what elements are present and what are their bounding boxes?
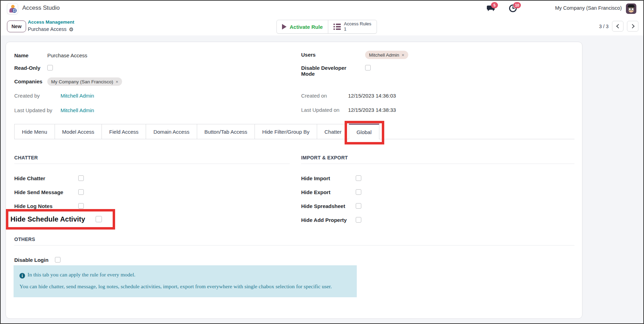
app-logo-icon[interactable] bbox=[7, 3, 18, 14]
pager-previous-button[interactable] bbox=[612, 21, 623, 32]
import-export-section-title: IMPORT & EXPORT bbox=[301, 155, 574, 164]
hide-schedule-activity-checkbox[interactable] bbox=[96, 216, 102, 222]
tab-hide-filter-group-by[interactable]: Hide Filter/Group By bbox=[255, 124, 317, 139]
row-hide-spreadsheet: Hide Spreadsheet bbox=[301, 199, 361, 213]
import-export-rows: Hide Import Hide Export Hide Spreadsheet… bbox=[301, 171, 361, 227]
row-hide-log-notes: Hide Log Notes bbox=[14, 199, 84, 213]
pager: 3 / 3 bbox=[599, 21, 638, 32]
messages-icon[interactable]: 5 bbox=[486, 3, 495, 13]
hide-add-property-label: Hide Add Property bbox=[301, 217, 356, 223]
users-label: Users bbox=[301, 51, 365, 58]
breadcrumb-parent-link[interactable]: Access Management bbox=[28, 19, 74, 26]
disable-login-label: Disable Login bbox=[14, 257, 55, 263]
info-line-1: In this tab you can apply the rule for e… bbox=[27, 272, 135, 277]
tab-model-access[interactable]: Model Access bbox=[55, 124, 102, 139]
notebook-tabs: Hide Menu Model Access Field Access Doma… bbox=[14, 124, 574, 139]
access-rules-count: 1 bbox=[344, 27, 371, 32]
hide-schedule-activity-label: Hide Schedule Activity bbox=[10, 215, 96, 223]
row-hide-schedule-activity: Hide Schedule Activity bbox=[10, 212, 102, 226]
companies-tag[interactable]: My Company (San Francisco) × bbox=[47, 77, 122, 86]
app-window: Access Studio 5 10 My Company (San Franc… bbox=[0, 0, 644, 324]
avatar-glasses bbox=[628, 8, 634, 10]
field-row-last-updated-by: Last Updated by Mitchell Admin bbox=[14, 107, 94, 113]
tab-domain-access[interactable]: Domain Access bbox=[146, 124, 196, 139]
last-updated-on-label: Last Updated on bbox=[301, 107, 348, 113]
row-disable-login: Disable Login bbox=[14, 253, 61, 267]
info-alert: iIn this tab you can apply the rule for … bbox=[14, 265, 357, 297]
field-row-users: Users Mitchell Admin × bbox=[301, 51, 408, 59]
created-on-label: Created on bbox=[301, 93, 348, 99]
users-tag[interactable]: Mitchell Admin × bbox=[365, 51, 408, 59]
hide-import-checkbox[interactable] bbox=[356, 175, 361, 181]
breadcrumb: Access Management Purchase Access ⚙ bbox=[28, 19, 74, 33]
field-row-readonly: Read-Only bbox=[14, 65, 53, 71]
access-rules-button[interactable]: Access Rules 1 bbox=[328, 20, 377, 33]
field-row-companies: Companies My Company (San Francisco) × bbox=[14, 77, 122, 86]
last-updated-by-link[interactable]: Mitchell Admin bbox=[61, 107, 94, 113]
page-background: Name Purchase Access Read-Only Companies… bbox=[1, 35, 643, 324]
hide-export-label: Hide Export bbox=[301, 189, 356, 195]
field-row-created-on: Created on 12/15/2023 14:36:03 bbox=[301, 93, 396, 99]
tab-global[interactable]: Global bbox=[349, 124, 379, 139]
avatar-hair bbox=[628, 5, 635, 8]
readonly-label: Read-Only bbox=[14, 65, 47, 71]
form-sheet: Name Purchase Access Read-Only Companies… bbox=[6, 42, 582, 319]
field-row-disable-dev-mode: Disable Developer Mode bbox=[301, 65, 371, 77]
chevron-left-icon bbox=[616, 24, 621, 28]
tab-chatter[interactable]: Chatter bbox=[317, 124, 349, 139]
info-line-2: You can hide chatter, send message, log … bbox=[19, 281, 333, 292]
hide-export-checkbox[interactable] bbox=[356, 189, 361, 195]
pager-counter: 3 / 3 bbox=[599, 24, 609, 29]
hide-spreadsheet-checkbox[interactable] bbox=[356, 203, 361, 209]
tag-remove-icon[interactable]: × bbox=[116, 79, 119, 84]
chatter-rows: Hide Chatter Hide Send Message Hide Log … bbox=[14, 171, 84, 213]
chatter-section-title: CHATTER bbox=[14, 155, 290, 164]
row-hide-send-message: Hide Send Message bbox=[14, 185, 84, 199]
list-icon bbox=[333, 24, 341, 30]
logo-globe-icon bbox=[12, 8, 17, 13]
field-row-name: Name Purchase Access bbox=[14, 52, 87, 58]
user-avatar[interactable] bbox=[626, 3, 636, 14]
disable-dev-label: Disable Developer Mode bbox=[301, 65, 353, 77]
row-hide-chatter: Hide Chatter bbox=[14, 171, 84, 185]
activities-badge: 10 bbox=[513, 2, 521, 8]
play-icon bbox=[282, 24, 287, 30]
hide-send-message-checkbox[interactable] bbox=[78, 189, 84, 195]
last-updated-by-label: Last Updated by bbox=[14, 107, 61, 113]
last-updated-on-value: 12/15/2023 14:38:33 bbox=[348, 107, 396, 113]
tab-field-access[interactable]: Field Access bbox=[102, 124, 146, 139]
info-icon: i bbox=[19, 273, 25, 279]
control-panel: New Access Management Purchase Access ⚙ … bbox=[1, 17, 643, 35]
breadcrumb-current: Purchase Access bbox=[28, 26, 66, 33]
hide-log-notes-label: Hide Log Notes bbox=[14, 203, 78, 209]
action-button-group: Activate Rule Access Rules 1 bbox=[276, 20, 377, 34]
field-row-created-by: Created by Mitchell Admin bbox=[14, 93, 94, 99]
created-by-link[interactable]: Mitchell Admin bbox=[61, 93, 94, 99]
tab-button-tab-access[interactable]: Button/Tab Access bbox=[197, 124, 255, 139]
company-switcher[interactable]: My Company (San Francisco) bbox=[555, 5, 622, 11]
hide-send-message-label: Hide Send Message bbox=[14, 189, 78, 195]
top-header: Access Studio 5 10 My Company (San Franc… bbox=[1, 1, 643, 17]
readonly-checkbox[interactable] bbox=[47, 65, 53, 70]
activate-rule-button[interactable]: Activate Rule bbox=[277, 20, 328, 33]
app-title: Access Studio bbox=[22, 5, 60, 11]
hide-log-notes-checkbox[interactable] bbox=[78, 203, 84, 209]
hide-chatter-label: Hide Chatter bbox=[14, 175, 78, 181]
others-section-title: OTHERS bbox=[14, 236, 574, 246]
row-hide-add-property: Hide Add Property bbox=[301, 213, 361, 227]
tab-hide-menu[interactable]: Hide Menu bbox=[14, 124, 55, 139]
hide-chatter-checkbox[interactable] bbox=[78, 175, 84, 181]
tag-remove-icon[interactable]: × bbox=[402, 52, 404, 58]
hide-spreadsheet-label: Hide Spreadsheet bbox=[301, 203, 356, 209]
hide-add-property-checkbox[interactable] bbox=[356, 217, 361, 223]
companies-label: Companies bbox=[14, 77, 47, 84]
created-on-value: 12/15/2023 14:36:03 bbox=[348, 93, 396, 99]
activities-icon[interactable]: 10 bbox=[508, 3, 517, 13]
name-input[interactable]: Purchase Access bbox=[47, 52, 87, 58]
disable-dev-checkbox[interactable] bbox=[365, 65, 371, 70]
disable-login-checkbox[interactable] bbox=[55, 257, 61, 263]
gear-icon[interactable]: ⚙ bbox=[69, 27, 73, 32]
field-row-last-updated-on: Last Updated on 12/15/2023 14:38:33 bbox=[301, 107, 396, 113]
pager-next-button[interactable] bbox=[627, 21, 638, 32]
new-button[interactable]: New bbox=[7, 20, 26, 32]
